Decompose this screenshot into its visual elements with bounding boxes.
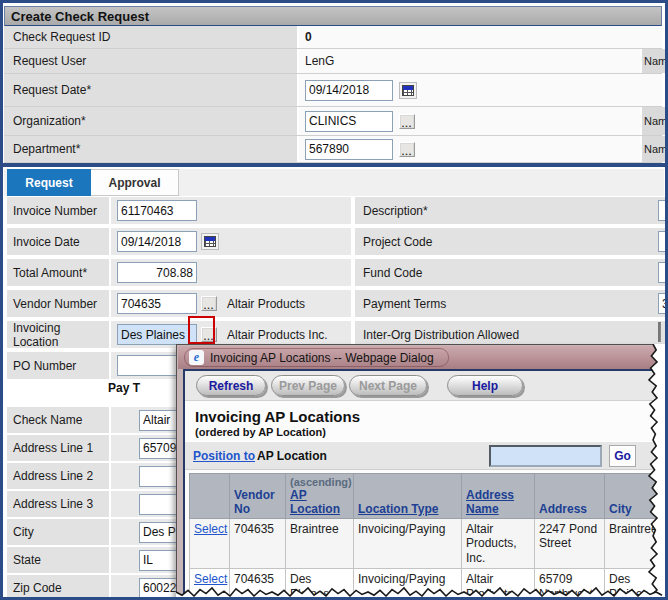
select-column-header [190, 474, 230, 519]
organization-name-label: Name [640, 107, 666, 135]
vendor-lookup-button[interactable]: ... [201, 296, 217, 311]
city-column-header: City [605, 474, 657, 519]
row-total-amount: Total Amount* [7, 259, 351, 286]
cell-vendor-no: 704635 [230, 569, 286, 600]
select-link-row-2[interactable]: Select [194, 572, 227, 586]
fund-code-label: Fund Code [363, 259, 422, 286]
cell-address-name: Altair Products Inc. [462, 569, 535, 600]
row-invoice-number: Invoice Number [7, 197, 351, 224]
address-line-2-label: Address Line 2 [7, 463, 111, 489]
tab-strip: Request Approval [4, 169, 664, 196]
description-label: Description* [363, 197, 428, 224]
ap-location-column-header[interactable]: (ascending) AP Location [286, 474, 354, 519]
position-to-field-label: AP Location [257, 449, 327, 463]
cell-address: 65709 Northwest Highway [535, 569, 605, 600]
organization-lookup-button[interactable]: ... [399, 114, 415, 129]
project-code-label: Project Code [363, 228, 432, 255]
sort-ascending-note: (ascending) [290, 476, 349, 488]
position-to-input[interactable] [489, 445, 602, 467]
position-to-link[interactable]: Position to [193, 449, 255, 463]
table-row: Select 704635 Braintree Invoicing/Paying… [190, 519, 657, 569]
prev-page-button[interactable]: Prev Page [271, 375, 345, 396]
next-page-button[interactable]: Next Page [349, 375, 427, 396]
invoice-number-input[interactable] [117, 200, 197, 221]
go-button[interactable]: Go [609, 445, 636, 467]
invoice-date-input[interactable] [117, 231, 197, 252]
row-vendor-number: Vendor Number ... Altair Products [7, 290, 351, 317]
total-amount-input[interactable] [117, 262, 197, 283]
tab-approval[interactable]: Approval [91, 169, 179, 196]
invoice-date-label: Invoice Date [7, 228, 111, 255]
vendor-number-label: Vendor Number [7, 290, 111, 317]
payment-terms-input[interactable] [658, 293, 668, 314]
request-user-value: LenG [305, 49, 334, 73]
pay-to-section-heading: Pay T [108, 381, 140, 395]
table-row: Select 704635 Des Plaines Invoicing/Payi… [190, 569, 657, 600]
address-column-header: Address [535, 474, 605, 519]
state-label: State [7, 547, 111, 573]
dialog-title-text: Invoicing AP Locations -- Webpage Dialog [210, 351, 434, 365]
cell-ap-location: Braintree [286, 519, 354, 569]
po-number-label: PO Number [7, 352, 111, 379]
invoicing-location-vendor-text: Altair Products Inc. [227, 328, 328, 342]
check-request-id-value: 0 [305, 26, 312, 48]
project-code-input[interactable] [658, 231, 668, 252]
request-date-label: Request Date* [4, 74, 299, 106]
dialog-title-bar[interactable]: e Invoicing AP Locations -- Webpage Dial… [178, 346, 664, 369]
dialog-content: Refresh Prev Page Next Page Help Invoici… [183, 369, 664, 600]
organization-input[interactable] [305, 111, 393, 132]
total-amount-label: Total Amount* [7, 259, 111, 286]
invoicing-location-input[interactable] [117, 324, 197, 345]
create-check-request-window: Create Check Request Check Request ID 0 … [0, 0, 668, 600]
select-link-row-1[interactable]: Select [194, 522, 227, 536]
fund-code-input[interactable] [658, 262, 668, 283]
refresh-button[interactable]: Refresh [196, 375, 266, 396]
invoicing-location-label: Invoicing Location [7, 321, 111, 348]
department-input[interactable] [305, 139, 393, 160]
section-divider [3, 163, 668, 167]
calendar-icon[interactable] [399, 82, 417, 99]
row-department: Department* ... Name [4, 136, 662, 163]
row-request-date: Request Date* [4, 74, 662, 107]
zip-code-label: Zip Code [7, 575, 111, 600]
dialog-subheading: (ordered by AP Location) [195, 426, 326, 438]
department-label: Department* [4, 136, 299, 162]
inter-org-checkbox[interactable] [658, 322, 661, 342]
request-date-input[interactable] [305, 80, 393, 101]
cell-address-name: Altair Products, Inc. [462, 519, 535, 569]
row-request-user: Request User LenG Name [4, 49, 662, 74]
vendor-name-text: Altair Products [227, 297, 305, 311]
internet-explorer-icon: e [189, 350, 204, 365]
row-check-request-id: Check Request ID 0 [4, 26, 662, 49]
tab-request[interactable]: Request [7, 169, 91, 196]
address-name-column-header[interactable]: Address Name [462, 474, 535, 519]
page-title: Create Check Request [4, 6, 662, 27]
dialog-heading: Invoicing AP Locations [195, 408, 360, 425]
department-name-label: Name [640, 136, 666, 162]
check-name-label: Check Name [7, 407, 111, 433]
address-line-1-label: Address Line 1 [7, 435, 111, 461]
address-line-3-label: Address Line 3 [7, 491, 111, 517]
department-lookup-button[interactable]: ... [399, 142, 415, 157]
position-to-row: Position to AP Location Go [185, 441, 662, 470]
location-type-column-header[interactable]: Location Type [354, 474, 462, 519]
city-label: City [7, 519, 111, 545]
cell-address: 2247 Pond Street [535, 519, 605, 569]
row-description: Description* [355, 197, 665, 224]
vendor-number-input[interactable] [117, 293, 197, 314]
help-button[interactable]: Help [447, 375, 523, 396]
dialog-button-bar: Refresh Prev Page Next Page Help [185, 371, 662, 401]
invoice-date-calendar-icon[interactable] [201, 233, 219, 250]
cell-city: Braintree [605, 519, 657, 569]
check-request-id-label: Check Request ID [4, 26, 299, 48]
invoicing-ap-locations-dialog: e Invoicing AP Locations -- Webpage Dial… [176, 344, 665, 600]
cell-ap-location: Des Plaines [286, 569, 354, 600]
row-fund-code: Fund Code [355, 259, 665, 286]
vendor-no-column-header: Vendor No [230, 474, 286, 519]
description-input[interactable] [658, 200, 668, 221]
table-header-row: Vendor No (ascending) AP Location Locati… [190, 474, 657, 519]
cell-location-type: Invoicing/Paying [354, 519, 462, 569]
invoice-number-label: Invoice Number [7, 197, 111, 224]
cell-city: Des Plaines [605, 569, 657, 600]
row-payment-terms: Payment Terms [355, 290, 665, 317]
